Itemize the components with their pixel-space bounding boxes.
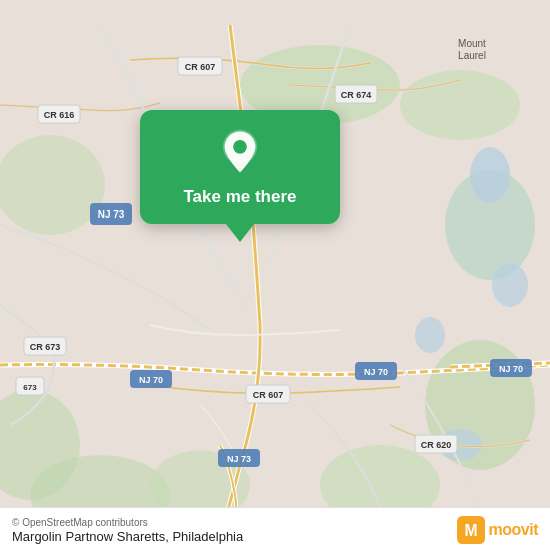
svg-text:NJ 73: NJ 73	[98, 209, 125, 220]
svg-text:NJ 70: NJ 70	[499, 364, 523, 374]
take-me-there-popup[interactable]: Take me there	[140, 110, 340, 224]
svg-text:NJ 70: NJ 70	[139, 375, 163, 385]
moovit-logo-icon: M	[457, 516, 485, 544]
svg-point-10	[470, 147, 510, 203]
bottom-bar: © OpenStreetMap contributors Margolin Pa…	[0, 507, 550, 550]
svg-text:Mount: Mount	[458, 38, 486, 49]
moovit-logo: M moovit	[457, 516, 538, 544]
take-me-there-label: Take me there	[183, 186, 296, 208]
moovit-text: moovit	[489, 521, 538, 539]
svg-text:CR 607: CR 607	[185, 62, 216, 72]
svg-text:CR 674: CR 674	[341, 90, 372, 100]
svg-text:NJ 73: NJ 73	[227, 454, 251, 464]
svg-text:673: 673	[23, 383, 37, 392]
svg-point-11	[492, 263, 528, 307]
svg-text:NJ 70: NJ 70	[364, 367, 388, 377]
svg-point-12	[415, 317, 445, 353]
svg-point-43	[233, 140, 247, 154]
map-svg: NJ 73 CR 607 CR 616	[0, 0, 550, 550]
svg-text:CR 620: CR 620	[421, 440, 452, 450]
svg-text:M: M	[464, 522, 477, 539]
svg-point-5	[0, 135, 105, 235]
map-attribution: © OpenStreetMap contributors	[12, 517, 243, 528]
svg-text:CR 673: CR 673	[30, 342, 61, 352]
svg-text:Laurel: Laurel	[458, 50, 486, 61]
map-container: NJ 73 CR 607 CR 616	[0, 0, 550, 550]
location-pin-icon	[216, 128, 264, 176]
location-name: Margolin Partnow Sharetts, Philadelphia	[12, 529, 243, 544]
svg-text:CR 616: CR 616	[44, 110, 75, 120]
svg-text:CR 607: CR 607	[253, 390, 284, 400]
bottom-bar-left: © OpenStreetMap contributors Margolin Pa…	[12, 517, 243, 544]
